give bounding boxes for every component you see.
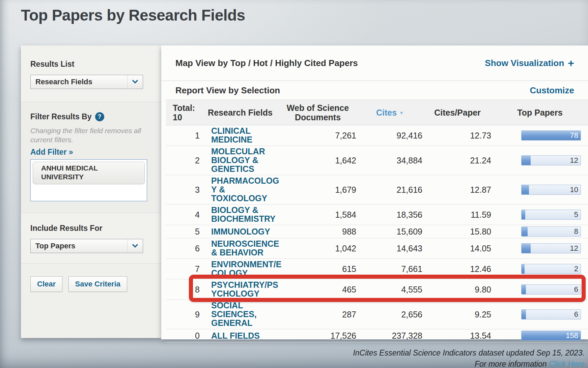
row-cites: 7,661 xyxy=(357,259,423,279)
wos-documents-header: Web of Science Documents xyxy=(279,100,357,125)
research-field-link[interactable]: CLINICAL MEDICINE xyxy=(211,126,252,144)
footer-more-info: For more information Click Here xyxy=(353,359,585,368)
row-rank: 3 xyxy=(166,175,202,205)
top-papers-value: 2 xyxy=(574,265,578,273)
map-view-title: Map View by Top / Hot / Highly Cited Pap… xyxy=(175,58,358,68)
row-docs: 465 xyxy=(279,279,357,300)
footer: InCites Essential Science Indicators dat… xyxy=(353,347,585,368)
results-list-label: Results List xyxy=(30,60,152,69)
row-docs: 1,584 xyxy=(279,205,357,225)
row-cites-per-paper: 14.05 xyxy=(423,238,492,259)
page: Top Papers by Research Fields Results Li… xyxy=(0,0,588,368)
row-cites-per-paper: 12.46 xyxy=(423,259,492,279)
research-field-link[interactable]: BIOLOGY & BIOCHEMISTRY xyxy=(211,206,276,223)
row-cites: 21,616 xyxy=(357,175,423,205)
actions-section: Clear Save Criteria xyxy=(21,263,161,338)
row-docs: 1,679 xyxy=(279,175,357,205)
row-docs: 1,642 xyxy=(279,146,357,175)
save-criteria-button[interactable]: Save Criteria xyxy=(68,276,128,292)
selected-filter-chip[interactable]: ANHUI MEDICAL UNIVERSITY xyxy=(33,162,145,184)
sort-down-icon: ▼ xyxy=(399,110,404,116)
top-papers-value: 6 xyxy=(574,285,578,294)
row-cites-per-paper: 9.25 xyxy=(423,300,492,329)
top-papers-value: 6 xyxy=(574,310,578,319)
top-papers-bar: 10 xyxy=(521,185,581,195)
top-papers-bar-fill xyxy=(522,156,531,165)
sidebar: Results List Research Fields Filter Resu… xyxy=(21,45,161,338)
top-papers-value: 78 xyxy=(570,131,578,140)
row-cites-per-paper: 9.80 xyxy=(423,279,492,300)
row-cites: 237,328 xyxy=(357,329,423,342)
cites-sort-header[interactable]: Cites▼ xyxy=(357,100,423,125)
filter-list-box: ANHUI MEDICAL UNIVERSITY xyxy=(30,159,147,201)
table-row: 9 SOCIAL SCIENCES, GENERAL 287 2,656 9.2… xyxy=(166,300,588,329)
research-fields-header: Research Fields xyxy=(202,100,279,125)
row-docs: 1,042 xyxy=(279,238,357,259)
top-papers-bar-fill xyxy=(522,227,528,236)
chevron-down-icon xyxy=(127,239,143,253)
customize-link[interactable]: Customize xyxy=(530,85,574,96)
research-field-link[interactable]: MOLECULAR BIOLOGY & GENETICS xyxy=(211,147,265,173)
row-cites-per-paper: 12.73 xyxy=(423,125,492,146)
table-row: 8 PSYCHIATRY/PS YCHOLOGY 465 4,555 9.80 … xyxy=(166,279,588,300)
top-papers-header: Top Papers xyxy=(492,100,588,125)
row-docs: 615 xyxy=(279,259,357,279)
click-here-link[interactable]: Click Here xyxy=(549,360,585,368)
row-cites: 15,609 xyxy=(357,225,423,238)
research-field-link[interactable]: PSYCHIATRY/PS YCHOLOGY xyxy=(211,280,278,298)
clear-button[interactable]: Clear xyxy=(30,276,62,292)
research-field-link[interactable]: SOCIAL SCIENCES, GENERAL xyxy=(211,301,257,327)
top-papers-bar: 5 xyxy=(521,210,581,220)
research-field-link[interactable]: NEUROSCIENCE & BEHAVIOR xyxy=(211,239,279,257)
filter-results-by-label: Filter Results By xyxy=(30,112,92,121)
table-row: 1 CLINICAL MEDICINE 7,261 92,416 12.73 7… xyxy=(166,125,588,146)
results-list-dropdown[interactable]: Research Fields xyxy=(30,75,143,89)
top-papers-value: 12 xyxy=(570,244,578,253)
row-cites: 18,356 xyxy=(357,205,423,225)
row-cites: 92,416 xyxy=(357,125,423,146)
row-cites-per-paper: 21.24 xyxy=(423,146,492,175)
table-row: 0 ALL FIELDS 17,526 237,328 13.54 158 xyxy=(166,329,588,342)
research-field-link[interactable]: ENVIRONMENT/E COLOGY xyxy=(211,260,281,277)
cites-per-paper-header: Cites/Paper xyxy=(423,100,492,125)
results-list-value: Research Fields xyxy=(31,78,127,86)
top-papers-bar-fill xyxy=(522,210,525,219)
show-visualization-link[interactable]: Show Visualization + xyxy=(485,58,574,68)
top-papers-bar: 8 xyxy=(521,226,581,237)
top-papers-bar: 6 xyxy=(521,284,581,295)
row-cites: 34,884 xyxy=(357,146,423,175)
row-rank: 2 xyxy=(166,146,202,175)
research-field-link[interactable]: ALL FIELDS xyxy=(211,331,260,340)
top-papers-bar-fill xyxy=(522,244,531,253)
table-row: 5 IMMUNOLOGY 988 15,609 15.80 8 xyxy=(166,225,588,238)
include-results-dropdown[interactable]: Top Papers xyxy=(30,239,143,253)
results-table-body: 1 CLINICAL MEDICINE 7,261 92,416 12.73 7… xyxy=(166,125,588,342)
row-cites-per-paper: 13.54 xyxy=(423,329,492,342)
row-rank: 4 xyxy=(166,205,202,225)
top-papers-bar: 6 xyxy=(521,309,581,319)
table-row: 7 ENVIRONMENT/E COLOGY 615 7,661 12.46 2 xyxy=(166,259,588,279)
research-field-link[interactable]: IMMUNOLOGY xyxy=(211,227,270,236)
main-panel: Map View by Top / Hot / Highly Cited Pap… xyxy=(161,45,588,339)
top-papers-value: 12 xyxy=(570,156,578,165)
top-papers-bar-fill xyxy=(522,185,529,194)
top-papers-value: 10 xyxy=(570,185,578,194)
top-papers-bar-fill xyxy=(522,310,526,319)
help-icon[interactable]: ? xyxy=(95,112,104,121)
row-cites: 2,656 xyxy=(357,300,423,329)
row-cites-per-paper: 12.87 xyxy=(423,175,492,205)
row-rank: 5 xyxy=(166,225,202,238)
table-row: 4 BIOLOGY & BIOCHEMISTRY 1,584 18,356 11… xyxy=(166,205,588,225)
add-filter-link[interactable]: Add Filter » xyxy=(30,148,73,157)
row-rank: 9 xyxy=(166,300,202,329)
report-view-title: Report View by Selection xyxy=(175,85,280,96)
top-papers-bar: 12 xyxy=(521,243,581,253)
footer-dataset-note: InCites Essential Science Indicators dat… xyxy=(353,347,585,359)
top-papers-value: 5 xyxy=(574,210,578,219)
row-cites: 4,555 xyxy=(357,279,423,300)
chevron-down-icon xyxy=(127,75,143,89)
footer-more-info-label: For more information xyxy=(475,360,547,368)
research-field-link[interactable]: PHARMACOLOG Y & TOXICOLOGY xyxy=(211,176,279,203)
results-list-section: Results List Research Fields xyxy=(21,45,161,102)
total-count-header: Total: 10 xyxy=(166,100,202,125)
